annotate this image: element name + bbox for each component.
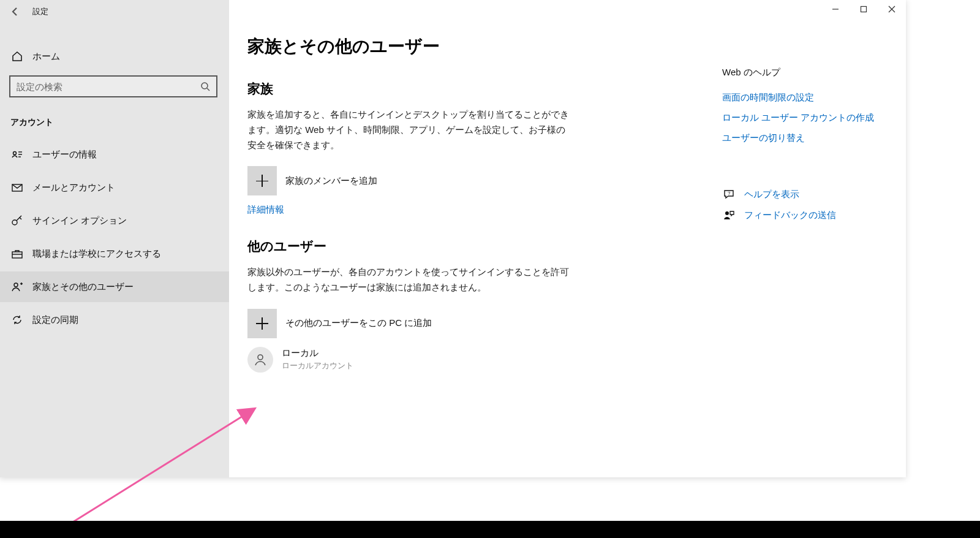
- family-details-link[interactable]: 詳細情報: [247, 204, 284, 216]
- help-panel: Web のヘルプ 画面の時間制限の設定 ローカル ユーザー アカウントの作成 ユ…: [722, 67, 888, 221]
- family-description: 家族を追加すると、各自にサインインとデスクトップを割り当てることができます。適切…: [247, 107, 572, 153]
- get-help-row[interactable]: ? ヘルプを表示: [722, 188, 888, 200]
- user-name: ローカル: [282, 347, 353, 359]
- svg-point-12: [14, 283, 18, 287]
- app-title: 設定: [32, 6, 48, 17]
- help-bubble-icon: ?: [722, 188, 736, 200]
- settings-window: 設定 ホーム: [0, 0, 906, 477]
- add-family-label: 家族のメンバーを追加: [285, 175, 377, 187]
- feedback-person-icon: [722, 209, 736, 221]
- briefcase-icon: [10, 248, 24, 260]
- help-link-switch-user[interactable]: ユーザーの切り替え: [722, 132, 888, 144]
- sidebar-item-label: 設定の同期: [32, 314, 78, 326]
- sidebar-home[interactable]: ホーム: [0, 42, 229, 70]
- add-other-label: その他のユーザーをこの PC に追加: [285, 317, 432, 329]
- others-heading: 他のユーザー: [247, 238, 695, 255]
- search-input[interactable]: [17, 81, 199, 92]
- help-link-screentime[interactable]: 画面の時間制限の設定: [722, 92, 888, 104]
- key-icon: [10, 214, 24, 227]
- others-description: 家族以外のユーザーが、各自のアカウントを使ってサインインすることを許可します。こ…: [247, 265, 572, 295]
- search-container: [9, 75, 219, 97]
- window-title-bar: [821, 0, 906, 19]
- person-plus-icon: [10, 281, 24, 293]
- minimize-button[interactable]: [821, 0, 850, 19]
- sidebar-item-sync[interactable]: 設定の同期: [0, 305, 229, 335]
- back-button[interactable]: [4, 1, 26, 23]
- home-icon: [10, 50, 24, 63]
- envelope-icon: [10, 181, 24, 194]
- sidebar-header: 設定: [0, 0, 229, 24]
- app-root: 設定 ホーム: [0, 0, 980, 538]
- plus-icon: [247, 309, 277, 338]
- sidebar-item-signin-options[interactable]: サインイン オプション: [0, 205, 229, 236]
- feedback-link[interactable]: フィードバックの送信: [744, 210, 836, 221]
- page-title: 家族とその他のユーザー: [247, 35, 695, 58]
- avatar-icon: [247, 347, 273, 373]
- bottom-crop-bar: [0, 521, 980, 538]
- get-help-link[interactable]: ヘルプを表示: [744, 189, 799, 200]
- sidebar-item-email-accounts[interactable]: メールとアカウント: [0, 172, 229, 203]
- svg-point-17: [725, 211, 729, 215]
- sidebar-item-user-info[interactable]: ユーザーの情報: [0, 139, 229, 170]
- sidebar-item-label: サインイン オプション: [32, 215, 127, 227]
- sidebar: 設定 ホーム: [0, 0, 229, 477]
- arrow-left-icon: [10, 6, 21, 17]
- family-heading: 家族: [247, 80, 695, 97]
- svg-point-15: [258, 355, 263, 360]
- sidebar-item-work-school[interactable]: 職場または学校にアクセスする: [0, 238, 229, 269]
- svg-line-9: [20, 218, 21, 219]
- search-icon: [199, 80, 211, 93]
- maximize-button[interactable]: [850, 0, 878, 19]
- sidebar-item-label: メールとアカウント: [32, 182, 115, 194]
- user-card-icon: [10, 148, 24, 161]
- svg-point-0: [202, 83, 208, 89]
- svg-point-7: [12, 220, 17, 225]
- search-box[interactable]: [9, 75, 217, 97]
- svg-point-2: [13, 152, 17, 155]
- svg-line-1: [207, 88, 209, 91]
- user-type: ローカルアカウント: [282, 360, 353, 371]
- feedback-row[interactable]: フィードバックの送信: [722, 209, 888, 221]
- sidebar-item-label: ユーザーの情報: [32, 149, 97, 161]
- sidebar-section-label: アカウント: [0, 104, 229, 137]
- main-panel: 家族とその他のユーザー 家族 家族を追加すると、各自にサインインとデスクトップを…: [229, 0, 906, 477]
- sidebar-item-family-users[interactable]: 家族とその他のユーザー: [0, 271, 229, 302]
- help-heading: Web のヘルプ: [722, 67, 888, 78]
- help-link-local-account[interactable]: ローカル ユーザー アカウントの作成: [722, 112, 888, 124]
- svg-text:?: ?: [728, 191, 731, 196]
- svg-rect-10: [12, 252, 22, 258]
- sidebar-item-label: 家族とその他のユーザー: [32, 281, 134, 293]
- sync-icon: [10, 314, 24, 326]
- svg-rect-19: [861, 7, 867, 12]
- content-column: 家族とその他のユーザー 家族 家族を追加すると、各自にサインインとデスクトップを…: [229, 0, 695, 477]
- sidebar-item-label: 職場または学校にアクセスする: [32, 248, 161, 260]
- other-user-row[interactable]: ローカル ローカルアカウント: [247, 347, 695, 373]
- close-button[interactable]: [878, 0, 906, 19]
- plus-icon: [247, 166, 277, 195]
- user-info: ローカル ローカルアカウント: [282, 347, 353, 371]
- home-label: ホーム: [32, 51, 60, 63]
- add-other-user-button[interactable]: その他のユーザーをこの PC に追加: [247, 309, 695, 338]
- add-family-member-button[interactable]: 家族のメンバーを追加: [247, 166, 695, 195]
